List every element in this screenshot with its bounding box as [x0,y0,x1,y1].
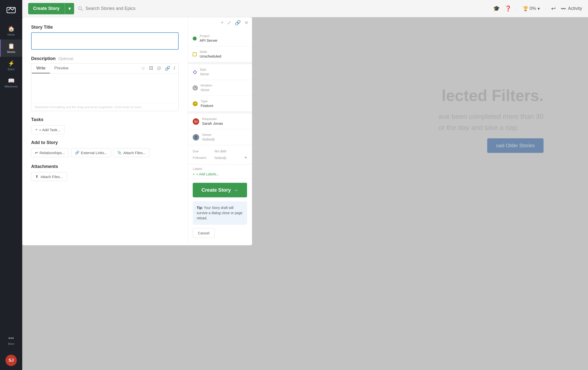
state-value: Unscheduled [200,54,221,58]
followers-value: Nobody [214,156,226,160]
mention-icon[interactable]: @ [157,66,161,71]
activity-label: Activity [568,6,582,11]
description-tab-row: Write Preview ☺ 🖼 @ 🔗 I [31,63,178,73]
tab-write[interactable]: Write [32,63,50,73]
add-labels-button[interactable]: + + Add Labels... [193,172,219,176]
sidebar-item-milestones[interactable]: 📖 Milestones [0,74,22,91]
expand-icon[interactable]: ⤢ [227,20,231,26]
italic-icon[interactable]: I [174,66,175,71]
iteration-value: None [201,88,210,92]
add-icon[interactable]: + [221,20,224,26]
create-story-main[interactable]: Create Story [28,3,65,14]
iteration-icon [193,85,198,90]
user-avatar[interactable]: SJ [5,355,17,366]
tab-preview[interactable]: Preview [50,63,73,73]
owner-field[interactable]: 👤 Owner Nobody [188,129,252,145]
search-input[interactable] [85,6,489,11]
due-row[interactable]: Due No date [193,148,247,154]
epic-icon [193,70,197,74]
labels-section: Labels + + Add Labels... [188,164,252,179]
iteration-label: Iteration [201,83,212,87]
attach-files-story-button[interactable]: 📎 Attach Files... [113,148,149,157]
graduation-icon[interactable]: 🎓 [493,5,500,12]
link-icon[interactable]: 🔗 [165,66,170,71]
search-icon [78,6,83,11]
cancel-button[interactable]: Cancel [193,228,215,238]
epic-field[interactable]: Epic None [188,64,252,80]
followers-row[interactable]: Followers Nobody + [193,154,247,161]
story-title-input[interactable] [31,32,179,50]
close-icon[interactable]: ✕ [244,20,249,26]
add-task-button[interactable]: + + Add Task... [31,125,64,134]
external-links-icon: 🔗 [75,150,80,155]
requester-avatar: SJ [193,118,199,125]
modal-right-panel: + ⤢ 🔗 ✕ Project API Server State Unsched… [188,17,252,245]
panel-divider-1 [188,62,252,64]
panel-divider-2 [188,112,252,114]
type-info: Type Feature [201,99,213,108]
description-body[interactable] [31,73,178,103]
help-icon[interactable]: ❓ [505,5,511,12]
milestones-icon: 📖 [8,78,15,84]
description-label: Description Optional. [31,56,74,61]
attach-icon: 📎 [117,150,122,155]
progress-chevron: ▾ [538,6,540,11]
state-field[interactable]: State Unscheduled [188,46,252,62]
sidebar-item-more[interactable]: ••• More [0,331,22,349]
create-story-button[interactable]: Create Story ▾ [28,3,74,14]
topbar-right: 🎓 ❓ · 🏆 0% ▾ · ↩ 〰️ Activity [493,5,582,12]
image-icon[interactable]: 🖼 [149,66,153,71]
trophy-icon: 🏆 [523,6,528,11]
progress-value: 0% [530,6,536,11]
attach-files-button[interactable]: ⬆ Attach Files... [31,172,67,181]
requester-value: Sarah Jonas [202,121,223,125]
stories-icon: 📋 [8,43,15,49]
relationships-button[interactable]: ⇌ Relationships... [31,148,69,157]
sidebar-item-label: More [8,342,14,345]
project-label: Project [200,34,218,38]
add-task-label: + Add Task... [39,128,60,132]
separator-2: · [545,5,546,12]
arrow-icon: → [233,187,238,193]
formatting-toolbar: ☺ 🖼 @ 🔗 I [138,64,178,73]
svg-marker-3 [193,70,197,74]
epics-icon: ⚡ [8,60,15,67]
create-story-modal: Story Title Description Optional. Write … [22,17,252,245]
attach-files-story-label: Attach Files... [123,151,146,155]
create-story-dropdown[interactable]: ▾ [65,3,74,14]
history-icon[interactable]: ↩ [551,5,556,12]
labels-title: Labels [193,167,247,171]
sidebar: 🏠 Home 📋 Stories ⚡ Epics 📖 Milestones ••… [0,0,22,370]
app-logo[interactable] [5,4,17,16]
owner-icon: 👤 [194,136,198,139]
attach-files-label: Attach Files... [41,175,63,179]
progress-button[interactable]: 🏆 0% ▾ [523,6,540,11]
sidebar-item-home[interactable]: 🏠 Home [0,22,22,40]
description-editor: Write Preview ☺ 🖼 @ 🔗 I Markdown formatt… [31,63,179,111]
requester-info: Requester Sarah Jonas [202,117,223,126]
create-story-label: Create Story [202,187,231,193]
external-links-button[interactable]: 🔗 External Links... [71,148,111,157]
sidebar-item-epics[interactable]: ⚡ Epics [0,57,22,74]
emoji-icon[interactable]: ☺ [141,66,145,71]
sidebar-item-stories[interactable]: 📋 Stories [0,40,22,57]
separator-1: · [516,5,518,12]
description-optional: Optional. [58,57,74,61]
requester-field[interactable]: SJ Requester Sarah Jonas [188,114,252,129]
type-field[interactable]: ✦ Type Feature [188,96,252,112]
search-bar [78,6,489,11]
project-info: Project API Server [200,34,218,43]
share-link-icon[interactable]: 🔗 [235,20,241,26]
project-status-dot [193,37,197,41]
activity-button[interactable]: 〰️ Activity [561,6,582,11]
plus-icon: + [35,127,38,132]
add-follower-button[interactable]: + [244,155,247,160]
state-icon [193,52,197,56]
project-field[interactable]: Project API Server [188,31,252,46]
story-title-label: Story Title [31,25,179,30]
state-label: State [200,50,221,54]
add-labels-label: + Add Labels... [196,172,219,176]
sidebar-item-label: Milestones [5,85,18,88]
iteration-field[interactable]: Iteration None [188,80,252,96]
create-story-modal-button[interactable]: Create Story → [193,183,247,197]
